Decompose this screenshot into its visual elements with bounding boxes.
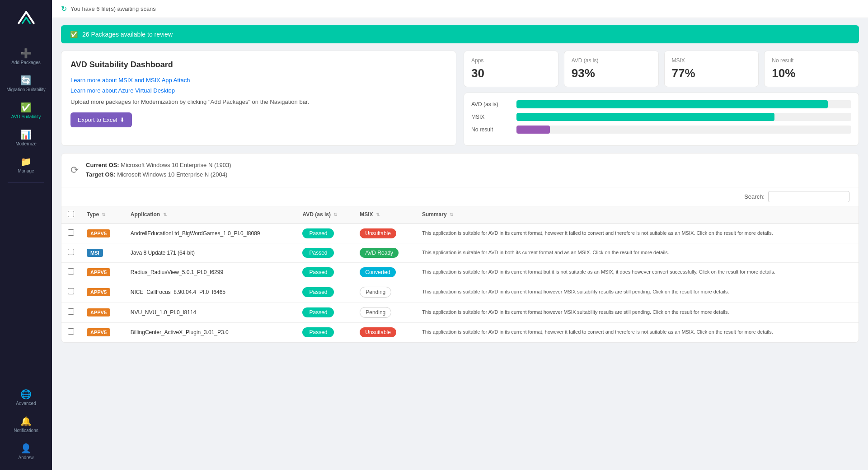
type-badge: APPV5 [87,229,110,237]
row-application[interactable]: Radius_RadiusView_5.0.1_PI.0_I6299 [124,262,296,282]
row-msix[interactable]: Pending [353,302,416,322]
header-msix[interactable]: MSIX ⇅ [353,206,416,223]
header-summary[interactable]: Summary ⇅ [416,206,859,223]
row-checkbox[interactable] [68,249,74,255]
chart-bar-bg-avd [516,100,851,108]
msix-link[interactable]: MSIX [118,77,133,84]
avd-status-badge[interactable]: Passed [302,228,334,238]
avd-status-badge[interactable]: Passed [302,287,334,297]
refresh-icon: ↻ [61,5,67,13]
summary-text: This application is suitable for AVD in … [422,269,775,275]
msix-status-badge[interactable]: Pending [360,307,391,318]
sidebar-item-notifications[interactable]: 🔔 Notifications [3,411,50,437]
avd-status-badge[interactable]: Passed [302,327,334,337]
row-checkbox[interactable] [68,268,74,275]
row-msix[interactable]: Unsuitable [353,223,416,243]
os-info: ⟳ Current OS: Microsoft Windows 10 Enter… [61,154,859,187]
row-avd[interactable]: Passed [296,262,353,282]
sidebar-item-avd-suitability[interactable]: ✅ AVD Suitability [3,98,50,124]
avd-link[interactable]: Azure Virtual Desktop [118,87,175,94]
avd-status-badge[interactable]: Passed [302,248,334,258]
row-type: APPV5 [80,223,124,243]
type-sort-icon: ⇅ [102,212,105,217]
sidebar-item-manage[interactable]: 📁 Manage [3,152,50,178]
row-type: APPV5 [80,322,124,342]
chart-label-avd: AVD (as is) [471,101,512,107]
sidebar-item-modernize[interactable]: 📊 Modernize [3,125,50,151]
row-application[interactable]: NVU_NVU_1.0_PI.0_I8114 [124,302,296,322]
table-row: APPV5 NVU_NVU_1.0_PI.0_I8114 Passed Pend… [61,302,859,322]
msix-status-badge[interactable]: Converted [360,267,395,277]
row-checkbox-cell[interactable] [61,282,80,302]
type-badge: APPV5 [87,328,110,336]
stats-right: Apps 30 AVD (as is) 93% MSIX 77% No resu… [464,51,859,146]
stat-card-msix: MSIX 77% [664,51,759,87]
export-to-excel-button[interactable]: Export to Excel ⬇ [70,112,132,127]
sidebar-item-advanced[interactable]: 🌐 Advanced [3,384,50,410]
sidebar-item-migration-suitability[interactable]: 🔄 Migration Suitability [3,70,50,97]
advanced-icon: 🌐 [20,389,32,400]
row-application[interactable]: NICE_CallFocus_8.90.04.4_PI.0_I6465 [124,282,296,302]
scroll-area: ✅ 26 Packages available to review AVD Su… [52,18,868,470]
row-msix[interactable]: AVD Ready [353,243,416,262]
row-checkbox-cell[interactable] [61,243,80,262]
row-checkbox[interactable] [68,308,74,315]
awaiting-scans-message: You have 6 file(s) awaiting scans [70,5,156,12]
row-checkbox-cell[interactable] [61,322,80,342]
target-os: Target OS: Microsoft Windows 10 Enterpri… [86,170,231,180]
select-all-checkbox[interactable] [68,211,74,217]
review-banner[interactable]: ✅ 26 Packages available to review [61,25,859,43]
row-avd[interactable]: Passed [296,282,353,302]
search-area: Search: [61,187,859,206]
row-avd[interactable]: Passed [296,302,353,322]
logo [11,5,41,36]
avd-status-badge[interactable]: Passed [302,267,334,277]
header-type[interactable]: Type ⇅ [80,206,124,223]
summary-text: This application is suitable for AVD in … [422,250,669,255]
row-checkbox[interactable] [68,328,74,335]
row-avd[interactable]: Passed [296,223,353,243]
chart-label-msix: MSIX [471,114,512,120]
row-application[interactable]: BillingCenter_ActiveX_Plugin_3.01_P3.0 [124,322,296,342]
row-summary: This application is suitable for AVD in … [416,302,859,322]
sidebar-item-user[interactable]: 👤 Andrew [3,438,50,465]
msix-app-attach-link[interactable]: MSIX App Attach [146,77,190,84]
chart-bar-msix [516,113,774,121]
header-application[interactable]: Application ⇅ [124,206,296,223]
chart-card: AVD (as is) MSIX No result [464,93,859,146]
stat-card-apps: Apps 30 [464,51,558,87]
type-badge: APPV5 [87,288,110,296]
search-input[interactable] [768,191,849,202]
row-checkbox-cell[interactable] [61,302,80,322]
chart-bar-noresult [516,126,550,134]
msix-status-badge[interactable]: Unsuitable [360,228,396,238]
row-avd[interactable]: Passed [296,243,353,262]
main-content: ↻ You have 6 file(s) awaiting scans ✅ 26… [52,0,868,470]
row-type: APPV5 [80,282,124,302]
banner-label: 26 Packages available to review [82,31,173,38]
row-checkbox-cell[interactable] [61,223,80,243]
sidebar-item-add-packages[interactable]: ➕ Add Packages [3,43,50,70]
row-msix[interactable]: Converted [353,262,416,282]
header-avd[interactable]: AVD (as is) ⇅ [296,206,353,223]
table-header: Type ⇅ Application ⇅ AVD (as is) ⇅ MSI [61,206,859,223]
msix-status-badge[interactable]: Pending [360,287,391,298]
modernize-icon: 📊 [20,129,32,140]
row-msix[interactable]: Pending [353,282,416,302]
msix-status-badge[interactable]: Unsuitable [360,327,396,337]
row-application[interactable]: Java 8 Update 171 (64-bit) [124,243,296,262]
row-checkbox[interactable] [68,229,74,236]
msix-status-badge[interactable]: AVD Ready [360,248,399,258]
chart-bar-bg-msix [516,113,851,121]
avd-status-badge[interactable]: Passed [302,307,334,317]
row-checkbox[interactable] [68,288,74,294]
applications-table: Type ⇅ Application ⇅ AVD (as is) ⇅ MSI [61,206,859,342]
add-icon: ➕ [20,48,32,59]
os-refresh-icon: ⟳ [70,164,79,176]
row-avd[interactable]: Passed [296,322,353,342]
row-application[interactable]: AndrellEducationLtd_BigWordGames_1.0_PI.… [124,223,296,243]
row-msix[interactable]: Unsuitable [353,322,416,342]
stat-label-noresult: No result [772,57,851,64]
header-checkbox-col[interactable] [61,206,80,223]
row-checkbox-cell[interactable] [61,262,80,282]
